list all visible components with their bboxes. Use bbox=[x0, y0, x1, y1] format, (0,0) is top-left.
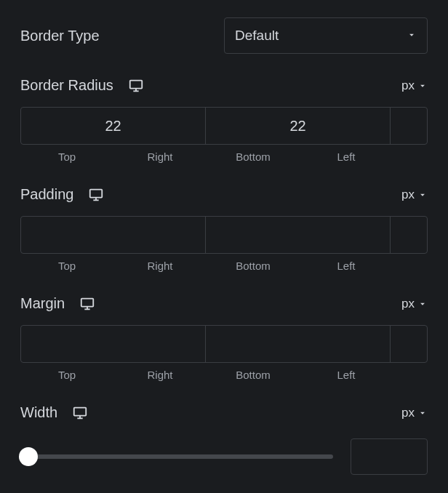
margin-bottom[interactable] bbox=[391, 326, 448, 362]
width-slider[interactable] bbox=[20, 447, 333, 466]
border-radius-right[interactable] bbox=[206, 108, 391, 144]
desktop-icon[interactable] bbox=[88, 187, 104, 203]
width-label: Width bbox=[20, 404, 57, 421]
border-type-value: Default bbox=[235, 28, 279, 44]
border-type-label: Border Type bbox=[20, 28, 100, 44]
padding-unit[interactable]: px bbox=[401, 188, 428, 202]
svg-rect-0 bbox=[130, 80, 143, 88]
padding-label: Padding bbox=[20, 186, 73, 203]
border-radius-unit[interactable]: px bbox=[401, 79, 428, 93]
chevron-down-icon bbox=[417, 408, 428, 418]
padding-inputs bbox=[20, 216, 428, 254]
svg-rect-3 bbox=[90, 189, 103, 197]
padding-side-labels: Top Right Bottom Left bbox=[20, 260, 428, 272]
margin-label: Margin bbox=[20, 295, 65, 312]
slider-thumb[interactable] bbox=[19, 447, 38, 466]
slider-track bbox=[20, 454, 333, 459]
desktop-icon[interactable] bbox=[72, 405, 88, 421]
border-radius-side-labels: Top Right Bottom Left bbox=[20, 151, 428, 163]
border-radius-bottom[interactable] bbox=[391, 108, 448, 144]
chevron-down-icon bbox=[417, 81, 428, 91]
margin-top[interactable] bbox=[21, 326, 206, 362]
border-radius-top[interactable] bbox=[21, 108, 206, 144]
desktop-icon[interactable] bbox=[79, 296, 95, 312]
width-input[interactable] bbox=[351, 438, 428, 475]
margin-right[interactable] bbox=[206, 326, 391, 362]
desktop-icon[interactable] bbox=[128, 78, 144, 94]
caret-down-icon bbox=[407, 28, 417, 44]
svg-rect-9 bbox=[74, 407, 87, 415]
width-unit[interactable]: px bbox=[401, 406, 428, 420]
svg-rect-6 bbox=[81, 298, 94, 306]
margin-inputs bbox=[20, 325, 428, 363]
chevron-down-icon bbox=[417, 190, 428, 200]
padding-bottom[interactable] bbox=[391, 217, 448, 253]
border-type-select[interactable]: Default bbox=[224, 17, 428, 54]
border-radius-label: Border Radius bbox=[20, 77, 113, 94]
margin-side-labels: Top Right Bottom Left bbox=[20, 369, 428, 381]
border-radius-inputs bbox=[20, 107, 428, 145]
padding-right[interactable] bbox=[206, 217, 391, 253]
chevron-down-icon bbox=[417, 299, 428, 309]
padding-top[interactable] bbox=[21, 217, 206, 253]
margin-unit[interactable]: px bbox=[401, 297, 428, 311]
